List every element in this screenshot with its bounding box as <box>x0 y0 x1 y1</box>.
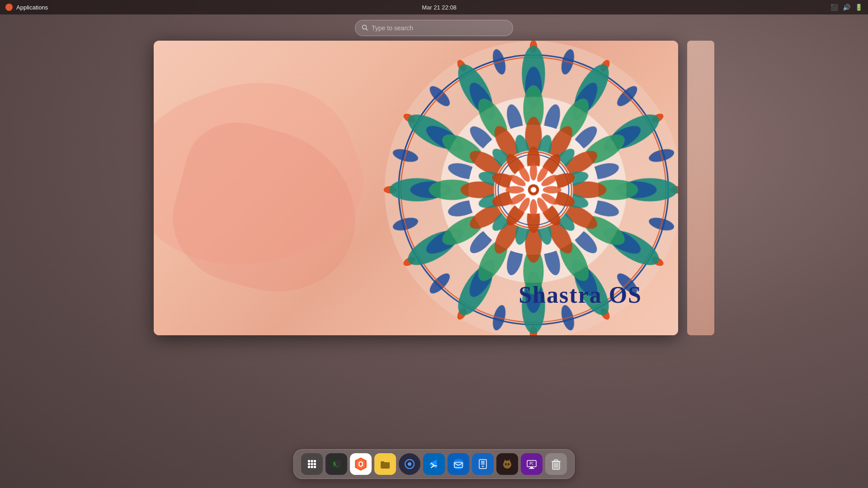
svg-point-182 <box>505 463 507 465</box>
display-icon[interactable]: ⬛ <box>830 4 838 11</box>
svg-line-1 <box>366 28 368 30</box>
workspace-area: Shastra OS <box>154 41 714 335</box>
app-menu-label[interactable]: Applications <box>16 4 48 11</box>
dock: $_ <box>293 449 575 479</box>
topbar-left: Applications <box>5 4 48 11</box>
dock-vscode[interactable] <box>423 453 445 475</box>
workspace-main[interactable]: Shastra OS <box>154 41 678 335</box>
svg-text:$_: $_ <box>333 461 339 467</box>
dock-thunderbird[interactable] <box>448 453 469 475</box>
svg-rect-160 <box>314 463 316 465</box>
search-icon <box>362 24 368 32</box>
svg-rect-157 <box>314 460 316 462</box>
svg-rect-161 <box>308 466 310 468</box>
svg-marker-180 <box>504 459 506 462</box>
dock-archive[interactable] <box>472 453 494 475</box>
svg-marker-169 <box>359 462 362 466</box>
dock-remmina[interactable]: PC <box>521 453 542 475</box>
svg-point-154 <box>531 187 536 192</box>
dock-budgie[interactable] <box>399 453 420 475</box>
workspace-secondary[interactable] <box>687 41 714 335</box>
svg-rect-192 <box>554 460 558 461</box>
svg-text:PC: PC <box>529 462 534 466</box>
topbar-right: ⬛ 🔊 🔋 <box>830 4 863 11</box>
search-input[interactable] <box>372 24 506 32</box>
svg-rect-156 <box>311 460 313 462</box>
svg-point-147 <box>530 199 537 218</box>
search-container <box>355 20 513 36</box>
svg-point-150 <box>505 186 524 193</box>
svg-rect-155 <box>308 460 310 462</box>
dock-inkscape[interactable] <box>496 453 518 475</box>
dock-brave[interactable] <box>350 453 372 475</box>
svg-rect-162 <box>311 466 313 468</box>
svg-rect-170 <box>381 462 390 469</box>
dock-app-grid[interactable] <box>301 453 323 475</box>
dock-terminal[interactable]: $_ <box>326 453 347 475</box>
svg-rect-188 <box>529 468 534 469</box>
search-bar <box>355 20 513 36</box>
topbar: Applications Mar 21 22:08 ⬛ 🔊 🔋 <box>0 0 868 14</box>
topbar-datetime: Mar 21 22:08 <box>422 4 457 11</box>
svg-point-183 <box>508 463 509 465</box>
svg-rect-158 <box>308 463 310 465</box>
battery-icon[interactable]: 🔋 <box>855 4 863 11</box>
svg-point-141 <box>530 162 537 180</box>
svg-marker-181 <box>509 459 510 462</box>
svg-rect-159 <box>311 463 313 465</box>
dock-trash[interactable] <box>545 453 567 475</box>
volume-icon[interactable]: 🔊 <box>843 4 850 11</box>
os-title: Shastra OS <box>519 282 642 308</box>
app-menu-dot[interactable] <box>5 4 13 11</box>
svg-rect-187 <box>530 467 533 468</box>
dock-files[interactable] <box>374 453 396 475</box>
svg-rect-163 <box>314 466 316 468</box>
svg-point-144 <box>543 186 561 193</box>
svg-point-172 <box>408 462 411 466</box>
